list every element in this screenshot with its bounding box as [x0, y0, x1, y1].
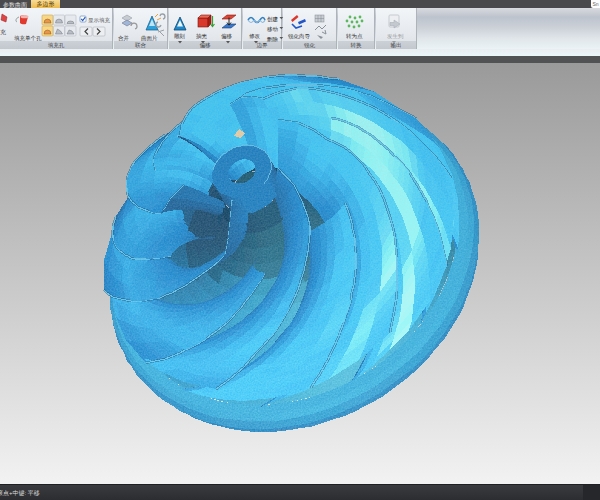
svg-text:发生到: 发生到 [387, 33, 404, 39]
svg-text:合并: 合并 [118, 35, 130, 42]
svg-text:删除: 删除 [267, 36, 279, 43]
svg-text:雕刻: 雕刻 [174, 33, 185, 40]
svg-text:修改: 修改 [249, 33, 261, 39]
svg-text:锐化向导: 锐化向导 [287, 33, 311, 40]
svg-text:偏移: 偏移 [221, 33, 233, 40]
svg-text:创建: 创建 [267, 16, 279, 23]
svg-text:转为点: 转为点 [346, 33, 363, 39]
svg-text:抽壳: 抽壳 [196, 33, 208, 40]
svg-text:曲面片: 曲面片 [141, 35, 158, 42]
svg-text:充: 充 [0, 29, 6, 36]
svg-text:移动: 移动 [267, 26, 279, 33]
svg-text:填充单个孔: 填充单个孔 [14, 35, 42, 42]
svg-text:显示填充: 显示填充 [88, 17, 111, 24]
